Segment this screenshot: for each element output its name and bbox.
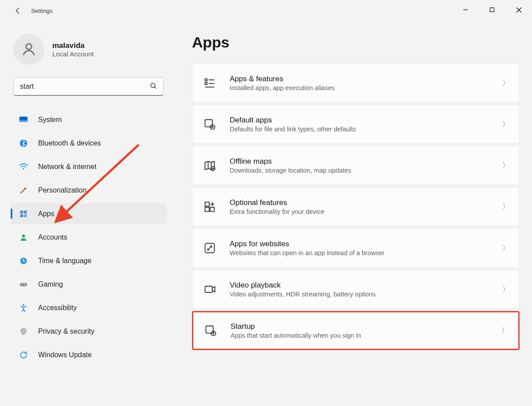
svg-rect-26 (205, 120, 212, 127)
card-startup[interactable]: Startup Apps that start automatically wh… (192, 311, 520, 350)
svg-rect-33 (205, 207, 209, 211)
map-icon (202, 158, 217, 173)
default-apps-icon (202, 117, 217, 132)
page-title: Apps (192, 34, 520, 51)
svg-rect-37 (205, 286, 212, 292)
card-apps-features[interactable]: Apps & features Installed apps, app exec… (192, 63, 520, 102)
chevron-right-icon: 〉 (502, 120, 509, 129)
clock-icon (18, 256, 29, 266)
svg-rect-11 (20, 210, 23, 213)
link-icon (202, 240, 217, 256)
chevron-right-icon: 〉 (502, 161, 509, 170)
card-apps-websites[interactable]: Apps for websites Websites that can open… (192, 229, 520, 268)
sidebar-item-label: Network & internet (38, 163, 97, 171)
apps-icon (18, 209, 29, 219)
sidebar-item-label: Apps (38, 210, 54, 218)
card-offline-maps[interactable]: Offline maps Downloads, storage location… (192, 146, 520, 185)
svg-line-6 (154, 87, 156, 89)
user-profile[interactable]: malavida Local Account (11, 34, 166, 65)
svg-rect-17 (20, 283, 27, 286)
svg-rect-8 (20, 120, 27, 122)
gaming-icon (18, 280, 29, 289)
sidebar-item-time[interactable]: Time & language (11, 250, 166, 271)
svg-point-18 (22, 284, 23, 285)
chevron-right-icon: 〉 (502, 285, 509, 294)
video-icon (202, 282, 217, 297)
card-subtitle: Apps that start automatically when you s… (231, 332, 501, 339)
sidebar-item-privacy[interactable]: Privacy & security (11, 321, 166, 342)
card-title: Video playback (230, 281, 502, 290)
svg-point-20 (23, 304, 24, 306)
card-default-apps[interactable]: Default apps Defaults for file and link … (192, 105, 520, 144)
sidebar-item-accounts[interactable]: Accounts (11, 227, 166, 248)
update-icon (18, 350, 29, 360)
minimize-icon (463, 7, 468, 12)
accounts-icon (18, 233, 29, 242)
sidebar-item-network[interactable]: Network & internet (11, 156, 166, 177)
sidebar-item-label: System (38, 116, 62, 124)
card-subtitle: Websites that can open in an app instead… (230, 249, 502, 256)
card-optional-features[interactable]: Optional features Extra functionality fo… (192, 187, 520, 226)
sidebar-item-label: Personalization (38, 186, 86, 194)
svg-rect-1 (490, 8, 494, 12)
card-subtitle: Extra functionality for your device (230, 208, 502, 215)
svg-point-10 (23, 168, 24, 169)
minimize-button[interactable] (452, 0, 479, 20)
back-button[interactable] (9, 2, 27, 20)
svg-rect-32 (210, 207, 214, 211)
brush-icon (18, 185, 29, 195)
svg-rect-31 (205, 202, 209, 206)
apps-features-icon (202, 75, 217, 91)
sidebar-item-system[interactable]: System (11, 109, 166, 130)
card-video-playback[interactable]: Video playback Video adjustments, HDR st… (192, 270, 520, 309)
accessibility-icon (18, 303, 29, 313)
wifi-icon (18, 162, 29, 172)
user-subtitle: Local Account (52, 50, 94, 58)
sidebar-item-bluetooth[interactable]: Bluetooth & devices (11, 133, 166, 154)
window-controls (452, 0, 532, 20)
sidebar-item-update[interactable]: Windows Update (11, 344, 166, 365)
startup-icon (203, 323, 218, 338)
maximize-button[interactable] (479, 0, 505, 20)
close-icon (516, 7, 522, 13)
svg-point-4 (26, 44, 32, 50)
cards-list: Apps & features Installed apps, app exec… (192, 63, 520, 350)
card-subtitle: Defaults for file and link types, other … (230, 126, 502, 133)
window-title: Settings (31, 8, 53, 14)
svg-point-15 (22, 234, 25, 237)
person-icon (21, 41, 37, 57)
svg-rect-21 (205, 79, 207, 81)
sidebar-item-personalization[interactable]: Personalization (11, 180, 166, 201)
sidebar-item-label: Privacy & security (38, 327, 94, 335)
chevron-right-icon: 〉 (502, 244, 509, 253)
search-input[interactable] (13, 77, 164, 96)
user-name: malavida (52, 41, 94, 50)
close-button[interactable] (505, 0, 532, 20)
features-icon (202, 199, 217, 214)
svg-point-5 (151, 83, 155, 88)
card-subtitle: Installed apps, app execution aliases (230, 84, 502, 91)
sidebar-item-accessibility[interactable]: Accessibility (11, 297, 166, 318)
card-title: Apps & features (230, 75, 502, 83)
card-title: Default apps (230, 116, 502, 125)
search-wrap (13, 77, 164, 96)
card-title: Apps for websites (230, 240, 502, 248)
chevron-right-icon: 〉 (502, 202, 509, 212)
chevron-right-icon: 〉 (501, 326, 509, 335)
avatar (13, 34, 44, 65)
card-title: Offline maps (230, 157, 502, 166)
sidebar-item-label: Accounts (38, 233, 67, 241)
sidebar-item-label: Accessibility (38, 304, 77, 312)
back-arrow-icon (16, 8, 19, 13)
search-icon[interactable] (149, 82, 157, 91)
sidebar-item-apps[interactable]: Apps (11, 203, 166, 224)
sidebar: malavida Local Account System Bluetoot (0, 21, 171, 406)
card-title: Optional features (230, 198, 502, 207)
sidebar-item-gaming[interactable]: Gaming (11, 274, 166, 295)
svg-point-19 (24, 284, 25, 285)
svg-rect-14 (24, 214, 27, 217)
chevron-right-icon: 〉 (502, 79, 509, 88)
system-icon (18, 115, 29, 125)
svg-rect-38 (206, 326, 213, 333)
nav-list: System Bluetooth & devices Network & int… (11, 109, 166, 365)
